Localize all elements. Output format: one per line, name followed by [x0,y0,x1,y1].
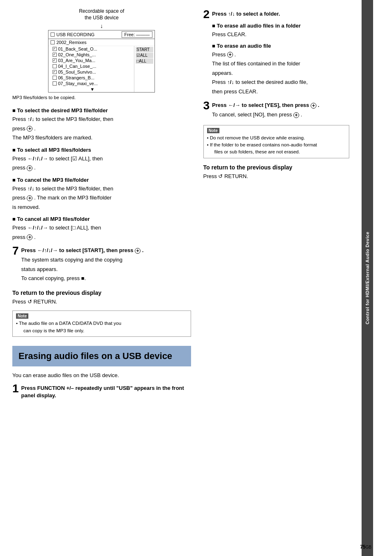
text-cancel-2: press + . The mark on the MP3 file/folde… [12,194,191,202]
return-text-right: Press ↺ RETURN. [203,172,350,181]
text-erase-file-3: appears. [212,69,308,77]
text-cancel-all-1: Press ←/↑/↓/→ to select [□ ALL], then [12,224,191,232]
text-erase-file-4: Press ↑/↓ to select the desired audio fi… [212,78,308,86]
section-cancel-mp3: To cancel the MP3 file/folder Press ↑/↓ … [12,177,191,211]
usb-scroll-indicator: ▼ [48,86,134,92]
erasing-section: Erasing audio files on a USB device [12,346,191,366]
text-erase-file-1: Press + . [212,51,308,59]
step-7-block: 7 Press ←/↑/↓/→ to select [START], then … [12,247,191,284]
section-select-mp3: To select the desired MP3 file/folder Pr… [12,107,191,142]
return-section-right: To return to the previous display Press … [203,164,350,181]
text-cancel-1: Press ↑/↓ to select the MP3 file/folder,… [12,185,191,193]
erasing-title: Erasing audio files on a USB device [18,351,185,361]
usb-file-5: 05_Soul_Survivo... [48,69,134,75]
file-checkbox-6 [53,76,57,80]
step-2-block: 2 Press ↑/↓ to select a folder. To erase… [203,10,350,97]
usb-file-2: 02_One_Nights_... [48,52,134,58]
file-checkbox-4 [53,64,57,68]
return-heading-left: To return to the previous display [12,290,191,296]
text-erase-all: Press CLEAR. [212,30,308,39]
step-3-block: 3 Press ←/→ to select [YES], then press … [203,102,350,120]
step-7-title: Press ←/↑/↓/→ to select [START], then pr… [21,247,144,254]
usb-recording-box: USB RECORDING Free: ——— 2002_Remixes [48,30,155,93]
text-cancel-all-2: press + . [12,233,191,241]
text-select-all-2: press + . [12,164,191,172]
file-checkbox-2 [53,53,57,57]
step-1-block: 1 Press FUNCTION +/– repeatedly until "U… [12,385,191,401]
usb-title: USB RECORDING [56,32,95,37]
return-heading-right: To return to the previous display [203,164,350,171]
text-erase-file-5: then press CLEAR. [212,88,308,96]
usb-file-7: 07_Stay_maxi_ve... [48,81,134,86]
erasing-intro: You can erase audio files on the USB dev… [12,371,191,380]
usb-folder-checkbox [51,32,55,37]
note-label-right: Note [207,128,219,133]
text-erase-file-2: The list of files contained in the folde… [212,60,308,68]
diagram-label: Recordable space of the USB device [12,8,191,21]
return-text-left: Press ↺ RETURN. [12,298,191,306]
heading-erase-file: To erase an audio file [212,43,308,49]
section-select-all-mp3: To select all MP3 files/folders Press ←/… [12,147,191,172]
file-checkbox-3 [53,58,57,63]
note-line-1: • The audio file on a DATA CD/DATA DVD t… [16,320,187,327]
note-right-3: files or sub folders, these are not eras… [214,148,346,155]
usb-files-list: 01_Back_Seat_O... 02_One_Nights_... 03_A… [48,46,134,92]
usb-checked-all-btn: ☑ALL [136,53,153,58]
usb-file-6: 06_Strangers_B... [48,75,134,81]
heading-select-all-mp3: To select all MP3 files/folders [12,147,191,153]
step-1-content: Press FUNCTION +/– repeatedly until "USB… [21,385,191,401]
page-container: Recordable space of the USB device ↓ USB… [0,0,392,556]
page-number: 75GB [360,544,371,550]
step-7-content: Press ←/↑/↓/→ to select [START], then pr… [21,247,144,284]
note-right-1: • Do not remove the USB device while era… [207,134,346,141]
note-right-2: • If the folder to be erased contains no… [207,141,346,148]
two-col-layout: Recordable space of the USB device ↓ USB… [12,8,349,405]
heading-erase-all: To erase all audio files in a folder [212,23,308,29]
text-select-mp3-1: Press ↑/↓ to select the MP3 file/folder,… [12,115,191,123]
heading-cancel-mp3: To cancel the MP3 file/folder [12,177,191,183]
step-2-content: Press ↑/↓ to select a folder. To erase a… [212,10,308,97]
usb-file-3: 03_Are_You_Ma... [48,58,134,63]
step-3-title: Press ←/→ to select [YES], then press + … [212,102,319,109]
usb-header: USB RECORDING Free: ——— [48,30,154,39]
step-3-content: Press ←/→ to select [YES], then press + … [212,102,319,120]
usb-actions: START ☑ALL □ALL [134,46,154,92]
step-3-cancel: To cancel, select [NO], then press + . [212,111,319,119]
text-select-all-1: Press ←/↑/↓/→ to select [☑ ALL], then [12,155,191,163]
return-section-left: To return to the previous display Press … [12,290,191,306]
step-7-number: 7 [12,245,19,257]
note-box-right: Note • Do not remove the USB device whil… [203,125,350,158]
file-checkbox-7 [53,81,57,86]
usb-free: Free: ——— [122,31,153,38]
step-2-number: 2 [203,9,210,20]
section-cancel-all-mp3: To cancel all MP3 files/folder Press ←/↑… [12,216,191,241]
right-column: 2 Press ↑/↓ to select a folder. To erase… [203,8,350,405]
folder-checkbox [51,40,55,44]
usb-diagram: Recordable space of the USB device ↓ USB… [12,8,191,100]
heading-select-mp3: To select the desired MP3 file/folder [12,107,191,114]
text-cancel-3: is removed. [12,203,191,211]
sidebar-label: Control for HDMI/External Audio Device [365,232,370,324]
usb-file-1: 01_Back_Seat_O... [48,46,134,52]
diagram-caption: MP3 files/folders to be copied. [12,95,191,100]
note-label-left: Note [16,313,28,319]
file-checkbox-5 [53,70,57,74]
note-line-2: can copy is the MP3 file only. [23,327,187,334]
step-7-line3: To cancel copying, press ■. [21,274,144,283]
sidebar-tab: Control for HDMI/External Audio Device [362,0,373,556]
step-1-number: 1 [12,383,19,394]
usb-start-btn: START [136,47,153,52]
note-box-left: Note • The audio file on a DATA CD/DATA … [12,310,191,337]
usb-header-left: USB RECORDING [51,32,95,37]
step-1-title: Press FUNCTION +/– repeatedly until "USB… [21,385,191,399]
usb-files-right: 01_Back_Seat_O... 02_One_Nights_... 03_A… [48,46,154,92]
usb-folder-name: 2002_Remixes [56,40,86,45]
main-content: Recordable space of the USB device ↓ USB… [0,0,362,556]
step-3-number: 3 [203,100,210,111]
usb-file-4: 04_I_Can_Lose_... [48,63,134,69]
step-2-title: Press ↑/↓ to select a folder. [212,10,308,18]
usb-unchecked-all-btn: □ALL [136,58,153,64]
heading-cancel-all-mp3: To cancel all MP3 files/folder [12,216,191,222]
step-7-line2: status appears. [21,265,144,273]
file-checkbox-1 [53,47,57,51]
